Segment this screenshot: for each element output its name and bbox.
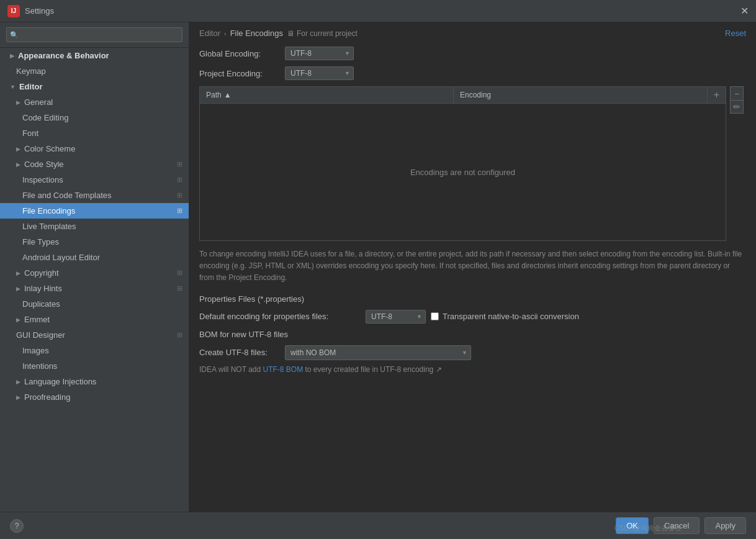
sidebar-item-label: Copyright bbox=[24, 268, 59, 278]
copy-icon: ⊞ bbox=[177, 160, 182, 168]
default-encoding-select[interactable]: UTF-8 UTF-16 ISO-8859-1 bbox=[366, 310, 426, 324]
arrow-icon: ▶ bbox=[16, 379, 20, 385]
breadcrumb-parent: Editor bbox=[199, 29, 220, 38]
apply-button[interactable]: Apply bbox=[704, 517, 746, 534]
sidebar-item-live-templates[interactable]: Live Templates bbox=[0, 219, 189, 234]
table-empty-message: Encodings are not configured bbox=[410, 168, 515, 177]
sidebar-item-inspections[interactable]: Inspections ⊞ bbox=[0, 172, 189, 188]
sidebar-item-duplicates[interactable]: Duplicates bbox=[0, 296, 189, 312]
sidebar-item-label: Live Templates bbox=[22, 222, 76, 231]
sidebar-item-gui-designer[interactable]: GUI Designer ⊞ bbox=[0, 327, 189, 343]
global-encoding-select[interactable]: UTF-8 UTF-16 ISO-8859-1 windows-1252 bbox=[285, 47, 354, 60]
sidebar-item-inlay-hints[interactable]: ▶ Inlay Hints ⊞ bbox=[0, 281, 189, 296]
sidebar-item-label: GUI Designer bbox=[16, 330, 65, 340]
sidebar-item-keymap[interactable]: Keymap bbox=[0, 63, 189, 79]
sort-arrow-icon: ▲ bbox=[224, 91, 232, 99]
sidebar-item-general[interactable]: ▶ General bbox=[0, 94, 189, 110]
minus-button[interactable]: − bbox=[730, 86, 744, 100]
transparent-checkbox[interactable] bbox=[431, 312, 439, 320]
sidebar-item-label: Color Scheme bbox=[24, 144, 75, 153]
sidebar-item-android-layout-editor[interactable]: Android Layout Editor bbox=[0, 250, 189, 265]
sidebar-item-file-encodings[interactable]: File Encodings ⊞ bbox=[0, 203, 189, 219]
arrow-icon: ▶ bbox=[16, 286, 20, 292]
arrow-icon: ▶ bbox=[16, 146, 20, 152]
close-button[interactable]: ✕ bbox=[740, 5, 749, 17]
global-encoding-row: Global Encoding: UTF-8 UTF-16 ISO-8859-1… bbox=[199, 47, 746, 60]
copy-icon: ⊞ bbox=[177, 207, 182, 215]
project-encoding-row: Project Encoding: UTF-8 UTF-16 ISO-8859-… bbox=[199, 66, 746, 80]
sidebar-item-label: Code Editing bbox=[22, 113, 68, 122]
breadcrumb-separator: › bbox=[224, 30, 227, 37]
transparent-checkbox-label[interactable]: Transparent native-to-ascii conversion bbox=[431, 312, 579, 321]
breadcrumb-current: File Encodings bbox=[230, 29, 283, 38]
default-encoding-row: Default encoding for properties files: U… bbox=[199, 310, 746, 324]
sidebar-item-font[interactable]: Font bbox=[0, 125, 189, 141]
sidebar-item-label: Code Style bbox=[24, 160, 64, 169]
global-encoding-label: Global Encoding: bbox=[199, 49, 280, 58]
copy-icon: ⊞ bbox=[177, 284, 182, 292]
table-body: Encodings are not configured bbox=[200, 104, 726, 240]
bom-section: BOM for new UTF-8 files Create UTF-8 fil… bbox=[199, 330, 746, 374]
copy-icon: ⊞ bbox=[177, 176, 182, 184]
idea-note-text: IDEA will NOT add bbox=[199, 365, 261, 374]
utf8-bom-link[interactable]: UTF-8 BOM bbox=[263, 365, 304, 374]
search-input[interactable] bbox=[6, 27, 182, 42]
create-utf8-label: Create UTF-8 files: bbox=[199, 348, 280, 357]
sidebar-item-code-style[interactable]: ▶ Code Style ⊞ bbox=[0, 156, 189, 172]
sidebar-item-label: Font bbox=[22, 129, 38, 138]
arrow-icon: ▶ bbox=[16, 161, 20, 168]
sidebar-item-label: Keymap bbox=[16, 66, 46, 76]
idea-note-text2: to every created file in UTF-8 encoding … bbox=[305, 365, 442, 374]
properties-section-title: Properties Files (*.properties) bbox=[199, 294, 746, 304]
arrow-icon: ▶ bbox=[16, 270, 20, 276]
arrow-icon: ▶ bbox=[16, 394, 20, 401]
project-encoding-label: Project Encoding: bbox=[199, 69, 280, 78]
add-path-button[interactable]: + bbox=[707, 87, 726, 103]
sidebar-item-file-code-templates[interactable]: File and Code Templates ⊞ bbox=[0, 188, 189, 203]
sidebar-item-language-injections[interactable]: ▶ Language Injections bbox=[0, 374, 189, 389]
default-encoding-select-wrapper: UTF-8 UTF-16 ISO-8859-1 ▼ bbox=[366, 310, 426, 324]
sidebar-item-intentions[interactable]: Intentions bbox=[0, 358, 189, 374]
path-header-label: Path bbox=[206, 91, 222, 99]
help-button[interactable]: ? bbox=[10, 519, 24, 533]
project-encoding-select[interactable]: UTF-8 UTF-16 ISO-8859-1 windows-1252 bbox=[285, 66, 354, 80]
sidebar-item-editor[interactable]: ▼ Editor bbox=[0, 79, 189, 94]
path-encoding-table-section: Path ▲ Encoding + Encodings are not conf… bbox=[199, 86, 726, 241]
for-current-project-btn[interactable]: 🖥 For current project bbox=[287, 29, 358, 38]
path-column-header[interactable]: Path ▲ bbox=[200, 87, 454, 103]
content-panel: Editor › File Encodings 🖥 For current pr… bbox=[189, 22, 756, 512]
info-text: To change encoding IntelliJ IDEA uses fo… bbox=[199, 248, 746, 284]
transparent-label: Transparent native-to-ascii conversion bbox=[443, 312, 579, 321]
app-logo: IJ bbox=[7, 5, 20, 17]
sidebar-item-emmet[interactable]: ▶ Emmet bbox=[0, 312, 189, 327]
sidebar-item-label: Inlay Hints bbox=[24, 284, 62, 293]
sidebar-item-color-scheme[interactable]: ▶ Color Scheme bbox=[0, 141, 189, 156]
sidebar-item-proofreading[interactable]: ▶ Proofreading bbox=[0, 389, 189, 405]
sidebar-item-label: File Types bbox=[22, 237, 59, 247]
sidebar-item-label: File and Code Templates bbox=[22, 191, 112, 200]
sidebar-item-label: Emmet bbox=[24, 315, 50, 324]
breadcrumb: Editor › File Encodings 🖥 For current pr… bbox=[189, 22, 756, 42]
sidebar-item-appearance-behavior[interactable]: ▶ Appearance & Behavior bbox=[0, 48, 189, 63]
edit-button[interactable]: ✏ bbox=[730, 100, 744, 114]
sidebar-item-copyright[interactable]: ▶ Copyright ⊞ bbox=[0, 265, 189, 281]
search-icon: 🔍 bbox=[10, 31, 19, 39]
arrow-icon: ▶ bbox=[10, 53, 14, 59]
monitor-icon: 🖥 bbox=[287, 29, 294, 38]
search-box: 🔍 bbox=[0, 22, 189, 48]
sidebar: 🔍 ▶ Appearance & Behavior Keymap ▼ Edito… bbox=[0, 22, 189, 512]
encoding-column-header: Encoding bbox=[454, 87, 707, 103]
sidebar-item-file-types[interactable]: File Types bbox=[0, 234, 189, 250]
reset-button[interactable]: Reset bbox=[725, 29, 746, 38]
for-current-project-label: For current project bbox=[297, 29, 358, 38]
main-container: 🔍 ▶ Appearance & Behavior Keymap ▼ Edito… bbox=[0, 22, 756, 512]
create-utf8-row: Create UTF-8 files: with NO BOM with BOM… bbox=[199, 345, 746, 360]
global-encoding-select-wrapper: UTF-8 UTF-16 ISO-8859-1 windows-1252 ▼ bbox=[285, 47, 354, 60]
sidebar-item-images[interactable]: Images bbox=[0, 343, 189, 358]
copy-icon: ⊞ bbox=[177, 269, 182, 277]
sidebar-item-label: Editor bbox=[19, 82, 43, 91]
sidebar-item-code-editing[interactable]: Code Editing bbox=[0, 110, 189, 125]
title-bar: IJ Settings ✕ bbox=[0, 0, 756, 22]
sidebar-item-label: Language Injections bbox=[24, 377, 96, 386]
bom-select[interactable]: with NO BOM with BOM with BOM (Windows) bbox=[285, 345, 471, 360]
